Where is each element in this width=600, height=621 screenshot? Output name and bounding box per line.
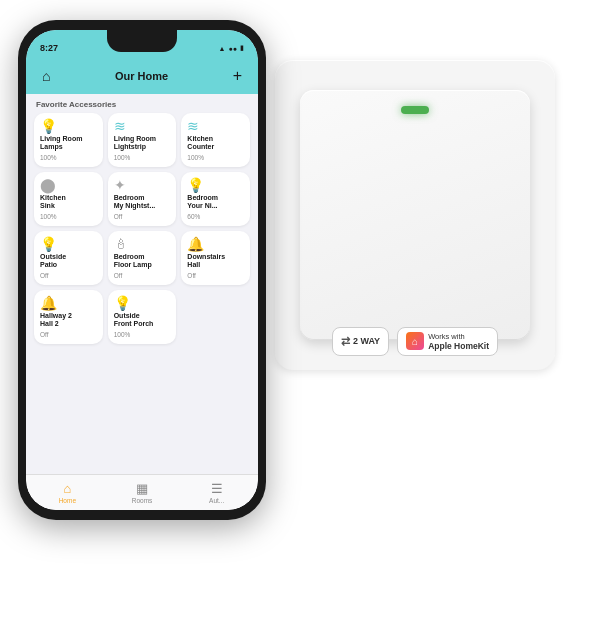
tab-home-label: Home: [59, 497, 76, 504]
tile-name: Living RoomLightstrip: [114, 135, 171, 152]
tile-status: Off: [187, 272, 244, 279]
switch-badges: ⇄ 2 WAY ⌂ Works with Apple HomeKit: [275, 327, 555, 356]
phone-notch: [107, 30, 177, 52]
smart-switch: ⇄ 2 WAY ⌂ Works with Apple HomeKit: [275, 60, 555, 370]
tab-home[interactable]: ⌂ Home: [30, 481, 105, 504]
downstairs-icon: 🔔: [187, 237, 244, 251]
homekit-text: Works with Apple HomeKit: [428, 332, 489, 351]
tile-name: OutsidePatio: [40, 253, 97, 270]
badge-2way: ⇄ 2 WAY: [332, 327, 389, 356]
tab-auto-label: Aut...: [209, 497, 224, 504]
tile-name: DownstairsHall: [187, 253, 244, 270]
tile-status: 100%: [114, 154, 171, 161]
tab-rooms-label: Rooms: [132, 497, 153, 504]
status-time: 8:27: [40, 43, 58, 53]
tile-kitchen-counter[interactable]: ≋ KitchenCounter 100%: [181, 113, 250, 167]
floor-lamp-icon: 🕯: [114, 237, 171, 251]
tab-bar: ⌂ Home ▦ Rooms ☰ Aut...: [26, 474, 258, 510]
patio-icon: 💡: [40, 237, 97, 251]
tile-name: Hallway 2Hall 2: [40, 312, 97, 329]
tile-bedroom-nightstand[interactable]: ✦ BedroomMy Nightst... Off: [108, 172, 177, 226]
tile-status: 100%: [40, 154, 97, 161]
badge-homekit: ⌂ Works with Apple HomeKit: [397, 327, 498, 356]
tile-status: Off: [40, 272, 97, 279]
nightstand-icon: ✦: [114, 178, 171, 192]
tile-downstairs-hall[interactable]: 🔔 DownstairsHall Off: [181, 231, 250, 285]
tile-name: Living RoomLamps: [40, 135, 97, 152]
2way-label: 2 WAY: [353, 336, 380, 346]
favorites-label: Favorite Accessories: [26, 94, 258, 113]
phone-screen: 8:27 ▲ ●● ▮ ⌂ Our Home + Favorite Access…: [26, 30, 258, 510]
battery-icon: ▮: [240, 44, 244, 52]
add-icon[interactable]: +: [233, 67, 242, 85]
lamp-icon: 💡: [40, 119, 97, 133]
accessory-grid: 💡 Living RoomLamps 100% ≋ Living RoomLig…: [26, 113, 258, 352]
tab-rooms[interactable]: ▦ Rooms: [105, 481, 180, 504]
phone: 8:27 ▲ ●● ▮ ⌂ Our Home + Favorite Access…: [18, 20, 266, 520]
scene: 8:27 ▲ ●● ▮ ⌂ Our Home + Favorite Access…: [0, 0, 600, 621]
tile-name: BedroomMy Nightst...: [114, 194, 171, 211]
tile-status: 100%: [187, 154, 244, 161]
tile-name: KitchenCounter: [187, 135, 244, 152]
nav-title: Our Home: [115, 70, 168, 82]
switch-led: [401, 106, 429, 114]
front-porch-icon: 💡: [114, 296, 171, 310]
tile-status: Off: [40, 331, 97, 338]
sink-icon: ⬤: [40, 178, 97, 192]
tab-rooms-icon: ▦: [136, 481, 148, 496]
tile-lightstrip[interactable]: ≋ Living RoomLightstrip 100%: [108, 113, 177, 167]
favorites-section: Favorite Accessories 💡 Living RoomLamps …: [26, 94, 258, 474]
tile-name: BedroomYour Ni...: [187, 194, 244, 211]
status-icons: ▲ ●● ▮: [219, 44, 244, 52]
tile-hallway2[interactable]: 🔔 Hallway 2Hall 2 Off: [34, 290, 103, 344]
apple-homekit-label: Apple HomeKit: [428, 341, 489, 351]
tile-status: Off: [114, 213, 171, 220]
tile-status: Off: [114, 272, 171, 279]
tab-auto-icon: ☰: [211, 481, 223, 496]
tile-kitchen-sink[interactable]: ⬤ KitchenSink 100%: [34, 172, 103, 226]
hallway-icon: 🔔: [40, 296, 97, 310]
badge-2way-content: ⇄ 2 WAY: [341, 335, 380, 348]
tab-home-icon: ⌂: [63, 481, 71, 496]
switch-button[interactable]: [300, 90, 530, 340]
works-with-label: Works with: [428, 332, 465, 341]
tile-bedroom-floor-lamp[interactable]: 🕯 BedroomFloor Lamp Off: [108, 231, 177, 285]
tile-living-room-lamps[interactable]: 💡 Living RoomLamps 100%: [34, 113, 103, 167]
tab-automations[interactable]: ☰ Aut...: [179, 481, 254, 504]
homekit-logo: ⌂: [406, 332, 424, 350]
phone-inner: 8:27 ▲ ●● ▮ ⌂ Our Home + Favorite Access…: [26, 30, 258, 510]
wifi-icon: ●●: [229, 45, 237, 52]
tile-front-porch[interactable]: 💡 OutsideFront Porch 100%: [108, 290, 177, 344]
nav-bar: ⌂ Our Home +: [26, 58, 258, 94]
home-icon[interactable]: ⌂: [42, 68, 50, 84]
2way-icon: ⇄: [341, 335, 350, 348]
lightstrip-icon: ≋: [114, 119, 171, 133]
tile-bedroom-your-nightstand[interactable]: 💡 BedroomYour Ni... 60%: [181, 172, 250, 226]
tile-name: OutsideFront Porch: [114, 312, 171, 329]
tile-outside-patio[interactable]: 💡 OutsidePatio Off: [34, 231, 103, 285]
tile-name: BedroomFloor Lamp: [114, 253, 171, 270]
tile-name: KitchenSink: [40, 194, 97, 211]
tile-status: 100%: [40, 213, 97, 220]
kitchen-icon: ≋: [187, 119, 244, 133]
your-nightstand-icon: 💡: [187, 178, 244, 192]
signal-icon: ▲: [219, 45, 226, 52]
homekit-logo-icon: ⌂: [412, 336, 418, 347]
tile-status: 100%: [114, 331, 171, 338]
tile-status: 60%: [187, 213, 244, 220]
